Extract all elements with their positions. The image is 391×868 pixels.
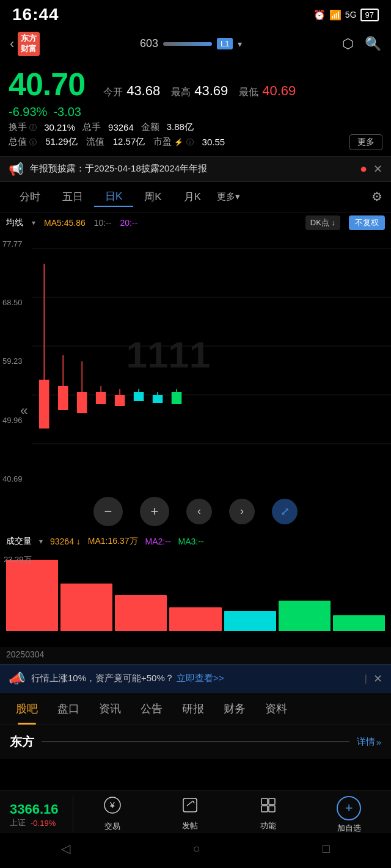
vol-bar-5 xyxy=(224,611,276,631)
pe-label: 市盈 ⚡ ⓘ xyxy=(153,136,193,148)
announcement-banner: 📢 年报预披露：于2025-04-18披露2024年年报 ● ✕ xyxy=(0,156,391,182)
market-name: 上证 xyxy=(10,817,26,828)
expand-button[interactable]: ⤢ xyxy=(272,499,298,524)
totalvalue-value: 51.29亿 xyxy=(45,136,78,148)
app-logo[interactable]: 东方 财富 xyxy=(18,32,40,56)
nav-left: ‹ 东方 财富 xyxy=(10,32,40,56)
change-pct: -6.93% xyxy=(9,105,47,119)
pe-value: 30.55 xyxy=(202,137,225,147)
chart-tabs: 分时 五日 日K 周K 月K 更多▾ ⚙ xyxy=(0,182,391,212)
promo-icon: 📣 xyxy=(9,671,25,687)
chart-price-labels: 77.77 68.50 59.23 49.96 40.69 xyxy=(2,233,23,490)
flowvalue-value: 12.57亿 xyxy=(113,136,145,148)
add-watchlist-button[interactable]: + 加自选 xyxy=(337,796,361,834)
svg-rect-11 xyxy=(77,392,87,413)
candlestick-chart[interactable]: 1111 « xyxy=(0,233,391,490)
forum-detail-link[interactable]: 详情 » xyxy=(357,736,381,748)
ma5-value: MA5:45.86 xyxy=(44,218,86,228)
volume-label: 成交量 xyxy=(6,536,32,547)
zoom-out-button[interactable]: − xyxy=(93,497,123,526)
tab-fenshi[interactable]: 分时 xyxy=(9,187,51,206)
function-label: 功能 xyxy=(260,820,276,831)
tab-yuek[interactable]: 月K xyxy=(173,187,212,206)
price-level-1: 77.77 xyxy=(2,239,23,248)
scroll-left-button[interactable]: ‹ xyxy=(186,499,212,524)
tab-guba[interactable]: 股吧 xyxy=(6,693,48,725)
system-nav: ◁ ○ □ xyxy=(0,832,391,868)
svg-line-27 xyxy=(193,801,194,803)
trade-icon: ¥ xyxy=(103,796,122,819)
promo-link[interactable]: 立即查看>> xyxy=(177,673,224,683)
tab-yanbao[interactable]: 研报 xyxy=(172,693,214,725)
current-price: 40.70 xyxy=(9,66,85,103)
ma20-value: 20:-- xyxy=(120,218,138,228)
ma-label[interactable]: 均线 xyxy=(6,217,23,228)
pe-info: ⚡ xyxy=(174,138,183,146)
svg-rect-25 xyxy=(183,798,197,812)
vol-bar-6 xyxy=(279,601,331,631)
status-icons: ⏰ 📶 5G 97 xyxy=(313,9,379,21)
vol-bar-1 xyxy=(6,560,58,631)
low-label: 最低 xyxy=(239,86,258,99)
post-button[interactable]: 发帖 xyxy=(181,796,199,834)
trade-button[interactable]: ¥ 交易 xyxy=(103,796,122,834)
share-icon[interactable]: ⬡ xyxy=(342,36,354,52)
volume-dropdown[interactable]: ▾ xyxy=(39,537,43,546)
market-index[interactable]: 3366.16 上证 -0.19% xyxy=(0,795,73,834)
vol-bar-3 xyxy=(115,595,167,631)
chart-settings-icon[interactable]: ⚙ xyxy=(371,189,382,204)
volume-header: 成交量 ▾ 93264 ↓ MA1:16.37万 MA2:-- MA3:-- xyxy=(0,533,391,549)
system-back-button[interactable]: ◁ xyxy=(43,837,89,859)
search-icon[interactable]: 🔍 xyxy=(365,36,381,52)
svg-rect-29 xyxy=(269,798,275,805)
vol-ma1: MA1:16.37万 xyxy=(88,536,138,547)
tab-caiwu[interactable]: 财务 xyxy=(214,693,255,725)
promo-banner[interactable]: 📣 行情上涨10%，资产竟可能+50%？ 立即查看>> | ✕ xyxy=(0,664,391,693)
trade-label: 交易 xyxy=(104,821,120,832)
add-watchlist-icon: + xyxy=(337,796,361,820)
high-value: 43.69 xyxy=(194,83,228,99)
ma-dropdown-icon[interactable]: ▾ xyxy=(32,219,35,227)
promo-close-button[interactable]: ✕ xyxy=(373,672,382,685)
stock-code-bar xyxy=(163,42,212,46)
scroll-right-button[interactable]: › xyxy=(229,499,255,524)
tab-pankou[interactable]: 盘口 xyxy=(48,693,89,725)
post-label: 发帖 xyxy=(182,820,198,831)
vol-bar-4 xyxy=(169,607,221,631)
back-button[interactable]: ‹ xyxy=(10,36,14,52)
market-change: -0.19% xyxy=(31,819,56,828)
totalvalue-info: ⓘ xyxy=(29,138,37,146)
forum-detail-arrow: » xyxy=(376,737,381,747)
tab-zixun[interactable]: 资讯 xyxy=(89,693,131,725)
alarm-icon: ⏰ xyxy=(313,9,326,21)
system-home-button[interactable]: ○ xyxy=(174,838,218,859)
tab-rik[interactable]: 日K xyxy=(94,187,133,207)
forum-title: 东方 xyxy=(10,734,34,750)
function-button[interactable]: 功能 xyxy=(259,796,277,834)
announcement-close[interactable]: ✕ xyxy=(373,162,382,176)
signal-icon: 5G xyxy=(345,10,357,20)
tab-zhouk[interactable]: 周K xyxy=(133,187,172,206)
tab-more[interactable]: 更多▾ xyxy=(217,191,240,203)
dk-button[interactable]: DK点 ↓ xyxy=(305,215,340,230)
tab-gonggao[interactable]: 公告 xyxy=(131,693,172,725)
amount-label: 金额 xyxy=(141,121,159,133)
today-open-label: 今开 xyxy=(103,86,123,99)
price-meta: 今开 43.68 最高 43.69 最低 40.69 xyxy=(103,83,296,99)
more-button[interactable]: 更多 xyxy=(349,134,382,150)
svg-line-26 xyxy=(187,801,193,806)
turnover-label: 换手 ⓘ xyxy=(9,121,37,133)
high-label: 最高 xyxy=(171,86,191,99)
dropdown-icon[interactable]: ▾ xyxy=(238,39,242,49)
tab-ziliao[interactable]: 资料 xyxy=(255,693,297,725)
price-level-2: 68.50 xyxy=(2,298,23,307)
change-abs: -3.03 xyxy=(53,105,81,119)
svg-rect-13 xyxy=(96,392,106,404)
amount-value: 3.88亿 xyxy=(167,121,194,133)
wifi-icon: 📶 xyxy=(329,9,342,21)
no-restore-button[interactable]: 不复权 xyxy=(349,215,385,230)
zoom-in-button[interactable]: + xyxy=(140,497,169,526)
tab-wuri[interactable]: 五日 xyxy=(51,187,94,206)
svg-rect-31 xyxy=(269,806,275,812)
system-recent-button[interactable]: □ xyxy=(304,838,348,859)
